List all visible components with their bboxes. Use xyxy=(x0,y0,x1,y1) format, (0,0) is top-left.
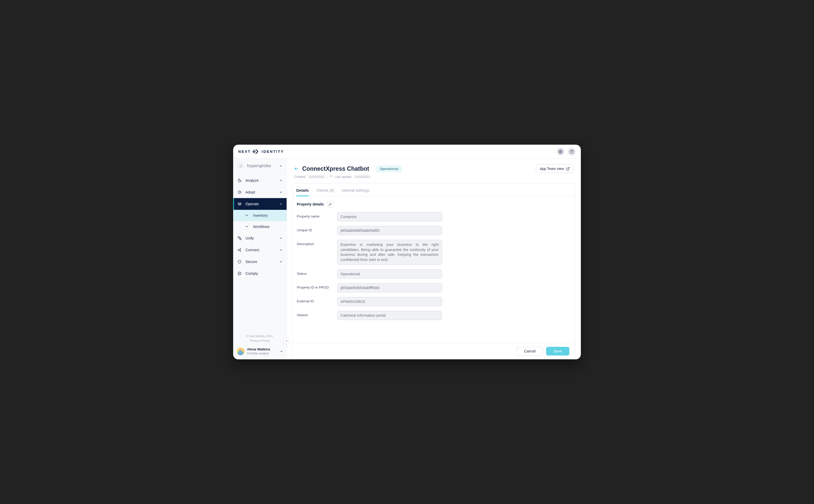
svg-rect-12 xyxy=(238,237,239,238)
brand-right: IDENTITY xyxy=(262,150,284,154)
label-property-name: Property name xyxy=(297,212,337,218)
adopt-icon xyxy=(237,190,242,194)
sidebar-item-comply[interactable]: Comply xyxy=(233,268,287,279)
field-aliases[interactable]: Catcheck information portal xyxy=(337,311,442,320)
field-status[interactable]: Operational xyxy=(337,269,442,279)
tab-details[interactable]: Details xyxy=(296,187,309,196)
field-unique-id[interactable]: jbf3dabf3d6f3dabf3d6f3 xyxy=(337,226,442,235)
sidebar-item-unify[interactable]: Unify xyxy=(233,232,287,244)
sidebar-subitem-workflows[interactable]: Workflows xyxy=(233,221,287,232)
avatar xyxy=(237,348,244,355)
org-icon xyxy=(237,162,244,169)
created-label: Created: xyxy=(294,175,306,179)
tabs: Details Clients (6) Internal Settings xyxy=(293,184,575,196)
label-status: Status xyxy=(297,269,337,276)
chevron-left-icon xyxy=(285,339,288,342)
label-prod-id: Property ID in PROD xyxy=(297,283,337,289)
app-frame: NEXT IDENTITY hyperglobe xyxy=(233,145,581,359)
field-property-name[interactable]: Comprice xyxy=(337,212,442,221)
user-menu[interactable]: Alicia Watkins Portfolio analyst xyxy=(233,344,287,359)
updated-label: Last update: xyxy=(335,175,352,179)
chevron-down-icon xyxy=(279,179,282,182)
check-circle-icon xyxy=(237,271,242,276)
label-description: Description xyxy=(297,240,337,246)
field-prod-id[interactable]: jbf3dabf3d6f3dabffffddd xyxy=(337,283,442,292)
privacy-link[interactable]: Privacy & Policy xyxy=(236,339,284,342)
chevron-up-icon xyxy=(279,202,282,205)
sidebar: hyperglobe Analyze Adopt O xyxy=(233,159,287,359)
field-external-id[interactable]: APM00103816 xyxy=(337,297,442,306)
svg-point-9 xyxy=(238,203,239,204)
svg-rect-13 xyxy=(240,238,241,240)
unify-icon xyxy=(237,236,242,240)
brand-arrows-icon xyxy=(252,149,260,154)
meta-row: Created: 11/02/2021 | Last update: 11/02… xyxy=(294,175,574,179)
chevron-down-icon xyxy=(279,260,282,263)
back-button[interactable] xyxy=(294,166,299,171)
sidebar-footer: © Next Identity, 2023. Privacy & Policy xyxy=(233,331,287,344)
sidebar-item-operate[interactable]: Operate xyxy=(233,198,287,210)
help-button[interactable] xyxy=(568,147,576,156)
shield-icon xyxy=(237,260,242,264)
sidebar-subitem-label: Workflows xyxy=(253,225,269,229)
svg-point-4 xyxy=(239,164,242,167)
action-bar: Cancel Save xyxy=(293,343,575,359)
field-description[interactable]: Expertise in marketing your business to … xyxy=(337,240,442,265)
page-header: ConnectXpress Chatbot Operational App Te… xyxy=(287,159,581,179)
app-team-view-label: App Team view xyxy=(540,167,564,171)
refresh-icon xyxy=(329,175,333,179)
pencil-icon xyxy=(329,203,332,206)
sidebar-subitem-inventory[interactable]: Inventory xyxy=(233,210,287,221)
tab-clients[interactable]: Clients (6) xyxy=(316,187,334,196)
sidebar-item-analyze[interactable]: Analyze xyxy=(233,175,287,186)
external-link-icon xyxy=(566,167,570,171)
copyright: © Next Identity, 2023. xyxy=(236,335,284,338)
sidebar-item-adopt[interactable]: Adopt xyxy=(233,186,287,198)
sub-arrow-icon xyxy=(245,225,250,228)
sidebar-item-connect[interactable]: Connect xyxy=(233,244,287,256)
status-badge: Operational xyxy=(376,165,402,172)
label-aliases: Aliases xyxy=(297,311,337,317)
sidebar-item-label: Analyze xyxy=(245,178,259,182)
topbar: NEXT IDENTITY xyxy=(233,145,581,159)
sidebar-item-label: Connect xyxy=(245,248,259,252)
sidebar-item-label: Adopt xyxy=(245,190,255,194)
chevron-down-icon xyxy=(279,191,282,194)
gear-icon xyxy=(558,150,563,154)
updated-value: 11/02/2021 xyxy=(354,175,370,179)
details-card: Details Clients (6) Internal Settings Pr… xyxy=(292,183,575,359)
sidebar-item-label: Comply xyxy=(245,271,258,276)
svg-point-1 xyxy=(560,151,561,152)
sidebar-subitem-label: Inventory xyxy=(253,213,268,217)
connect-icon xyxy=(237,248,242,252)
cancel-button[interactable]: Cancel xyxy=(517,347,543,356)
sidebar-item-secure[interactable]: Secure xyxy=(233,256,287,268)
svg-point-10 xyxy=(239,204,240,205)
help-icon xyxy=(570,150,574,154)
edit-button[interactable] xyxy=(327,201,334,208)
label-external-id: External ID xyxy=(297,297,337,303)
chevron-down-icon xyxy=(279,237,282,240)
chevron-down-icon xyxy=(279,164,282,168)
chevron-up-icon xyxy=(280,350,283,353)
sliders-icon xyxy=(237,202,242,206)
tab-internal-settings[interactable]: Internal Settings xyxy=(342,187,369,196)
user-name: Alicia Watkins xyxy=(247,347,270,351)
brand-logo: NEXT IDENTITY xyxy=(238,149,284,154)
pie-icon xyxy=(237,178,242,182)
sidebar-item-label: Unify xyxy=(245,236,254,240)
sidebar-item-label: Secure xyxy=(245,260,257,264)
save-button[interactable]: Save xyxy=(546,347,569,356)
org-name: hyperglobe xyxy=(247,163,271,168)
section-title: Property details xyxy=(297,202,324,206)
org-switcher[interactable]: hyperglobe xyxy=(233,159,287,173)
settings-button[interactable] xyxy=(556,147,564,156)
created-value: 11/02/2021 xyxy=(308,175,324,179)
sidebar-item-label: Operate xyxy=(245,202,259,206)
user-role: Portfolio analyst xyxy=(247,352,270,355)
main: ConnectXpress Chatbot Operational App Te… xyxy=(287,159,581,359)
svg-point-11 xyxy=(240,203,241,204)
sidebar-collapse-button[interactable] xyxy=(283,338,290,344)
app-team-view-button[interactable]: App Team view xyxy=(536,164,574,173)
brand-left: NEXT xyxy=(238,150,251,154)
